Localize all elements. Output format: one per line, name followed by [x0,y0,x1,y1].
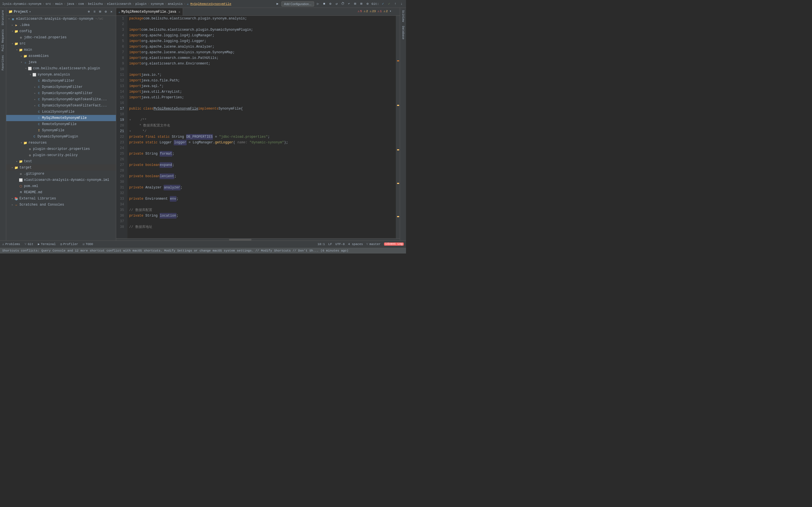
git-green-check-icon[interactable]: ✓ [387,2,391,6]
tree-item-synonym-file[interactable]: I SynonymFile [6,127,116,133]
history-icon[interactable]: ⏱ [341,2,345,6]
breadcrumb-item[interactable]: elasticsearch [107,2,132,6]
tree-item-idea[interactable]: ▸ ▶ .idea [6,22,116,28]
main-area: Structure Pull Requests Favorites 📁 Proj… [0,8,406,240]
breadcrumb-item[interactable]: com [79,2,84,6]
left-tab-favorites[interactable]: Favorites [1,54,5,72]
run-icon[interactable]: ▶ [275,2,280,6]
right-tab-sciview[interactable]: SciView [401,8,405,24]
tree-item-com-package[interactable]: ▾ ⬜ com.bellszhu.elasticsearch.plugin [6,65,116,71]
tree-item-scratches[interactable]: ▸ ✏ Scratches and Consoles [6,202,116,208]
bottom-branch[interactable]: ⑂ master [366,242,380,246]
tree-item-remote[interactable]: C RemoteSynonymFile [6,121,116,127]
tree-item-jdbc[interactable]: ⚙ jdbc-reload.properies [6,34,116,41]
code-content[interactable]: package com.bellszhu.elasticsearch.plugi… [128,16,396,238]
root-label: elasticsearch-analysis-dynamic-synonym ~… [16,17,115,21]
bottom-profiler[interactable]: ◷ Profiler [60,242,78,246]
horizontal-scrollbar[interactable] [116,238,400,240]
md-icon: M [18,190,23,194]
tree-item-iml[interactable]: ⬜ elasticsearch-analysis-dynamic-synonym… [6,177,116,183]
bottom-terminal[interactable]: ▶ Terminal [38,242,56,246]
tree-item-main[interactable]: ▾ 📁 main [6,47,116,53]
tree-item-config[interactable]: ▾ 📁 config [6,28,116,34]
tree-root[interactable]: ▾ ▣ elasticsearch-analysis-dynamic-synon… [6,16,116,22]
breadcrumb-item[interactable]: bellszhu [88,2,103,6]
tree-item-target[interactable]: ▸ 📁 target [6,165,116,171]
bottom-problems[interactable]: ⚠ Problems [2,242,20,246]
tree-item-pom[interactable]: ⬡ pom.xml [6,183,116,189]
dynamic-fact-arrow-icon: ▸ [33,104,37,107]
tree-item-ext-libs[interactable]: ▸ 📚 External Libraries [6,195,116,202]
bottom-encoding[interactable]: UTF-8 [336,242,345,246]
rerun-icon[interactable]: ↺ [335,2,339,6]
settings-icon[interactable]: ⚙ [103,10,108,14]
breadcrumb-item[interactable]: analysis [168,2,183,6]
breadcrumb-item[interactable]: synonym [151,2,163,6]
filter-icon[interactable]: ⊞ [98,10,102,14]
tree-item-abs[interactable]: C AbsSynonymFilter [6,78,116,84]
tree-item-dynamic-token[interactable]: ▸ C DynamicSynonymGraphTokenFilte... [6,96,116,103]
tab-close-button[interactable]: ✕ [179,10,181,14]
tree-item-resources[interactable]: ▾ 📁 resources [6,140,116,146]
src-icon: 📁 [14,41,18,46]
tree-item-plugin-sec[interactable]: ⚙ plugin-security.policy [6,152,116,158]
tree-item-readme[interactable]: M README.md [6,189,116,195]
breadcrumb-item[interactable]: src [45,2,51,6]
git-branch-icon: ⑂ [24,242,27,246]
tree-item-dynamic-fact[interactable]: ▸ C DynamicSynonymTokenFilterFact... [6,103,116,109]
java-folder-icon: ☕ [23,60,28,64]
tab-mysql-file[interactable]: ☕ MySqlRemoteSynonymFile.java ✕ [116,8,183,15]
collapse-icon[interactable]: ≡ [92,10,97,14]
tree-item-dynamic-filter[interactable]: ▸ C DynamicSynonymFilter [6,84,116,90]
synonym-arrow-icon: ▾ [29,73,32,76]
breadcrumb-active-file[interactable]: MySqlRemoteSynonymFile [190,2,231,6]
add-config-button[interactable]: Add Configuration... [282,1,314,6]
hide-icon[interactable]: ✕ [109,10,114,14]
git-pull-icon[interactable]: ↓ [399,2,404,6]
tree-item-dynamic-graph[interactable]: ▸ C DynamicSynonymGraphFilter [6,90,116,96]
tree-item-local[interactable]: C LocalSynonymFile [6,109,116,115]
code-line-37 [128,219,396,224]
bottom-lf[interactable]: LF [328,242,332,246]
breadcrumb-item[interactable]: lysis-dynamic-synonym [2,2,42,6]
line-num-30: 30 [116,179,126,185]
search-icon[interactable]: ⊠ [359,2,364,6]
bottom-git[interactable]: ⑂ Git [24,242,33,246]
left-tab-pull-requests[interactable]: Pull Requests [1,27,5,53]
bottom-position[interactable]: 18:1 [317,242,325,246]
line-num-29: 29 [116,173,126,179]
abs-label: AbsSynonymFilter [42,79,115,83]
breadcrumb-item[interactable]: main [55,2,63,6]
left-tab-structure[interactable]: Structure [1,8,5,27]
tree-item-plugin[interactable]: C DynamicSynonymPlugin [6,133,116,140]
tree-item-plugin-desc[interactable]: ⚙ plugin-descriptor.properties [6,146,116,152]
stop-icon[interactable]: ■ [322,2,326,6]
scroll-marker-warn2 [397,105,399,106]
breadcrumb-item[interactable]: java [67,2,74,6]
breadcrumb-item[interactable]: plugin [135,2,147,6]
right-tab-database[interactable]: Database [401,24,405,41]
tree-item-java[interactable]: ▾ ☕ java [6,59,116,65]
expand-warnings-icon[interactable]: ▾ [389,9,391,13]
scratch-icon: ✏ [14,203,18,207]
panel-chevron-icon[interactable]: ▾ [29,10,31,13]
tree-item-gitignore[interactable]: ⊙ .gitignore [6,171,116,177]
debug-icon[interactable]: ▷ [316,2,320,6]
tree-item-src[interactable]: ▾ 📁 src [6,41,116,47]
event-log-badge[interactable]: 1 Event Log [384,242,404,245]
git-check-icon[interactable]: ✓ [380,2,385,6]
tree-item-mysql[interactable]: C MySqlRemoteSynonymFile [6,115,116,121]
bottom-todo[interactable]: ☑ TODO [83,242,93,246]
scroll-track[interactable] [396,16,400,238]
gear-icon[interactable]: ⚙ [365,2,370,6]
tree-item-test[interactable]: ▸ 📁 test [6,158,116,165]
tree-item-assemblies[interactable]: ▸ 📁 assemblies [6,53,116,59]
scope-icon[interactable]: ⊕ [87,10,91,14]
build-icon[interactable]: ⚙ [328,2,333,6]
panel-title: 📁 Project ▾ [8,10,31,14]
revert-icon[interactable]: ↶ [347,2,351,6]
bookmark-icon[interactable]: ⊞ [353,2,357,6]
tree-item-synonym-package[interactable]: ▾ ⬜ synonym.analysis [6,71,116,78]
bottom-indent[interactable]: 4 spaces [348,242,363,246]
git-push-icon[interactable]: ↑ [393,2,398,6]
